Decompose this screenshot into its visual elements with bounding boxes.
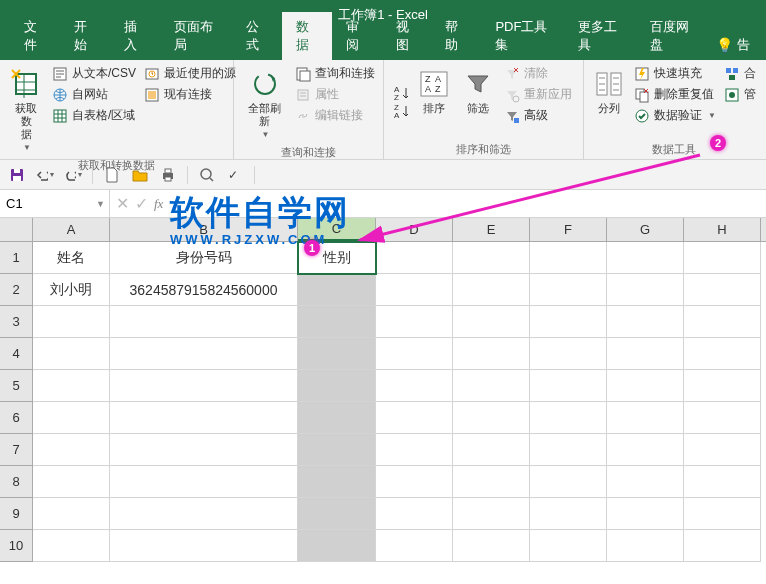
quick-print-button[interactable]: [159, 166, 177, 184]
cell-b4[interactable]: [110, 338, 298, 370]
cell-h6[interactable]: [684, 402, 761, 434]
tab-data[interactable]: 数据: [282, 12, 332, 60]
cell-f2[interactable]: [530, 274, 607, 306]
cell-e5[interactable]: [453, 370, 530, 402]
cell-e7[interactable]: [453, 434, 530, 466]
row-header-7[interactable]: 7: [0, 434, 33, 466]
cell-d10[interactable]: [376, 530, 453, 562]
cell-c5[interactable]: [298, 370, 376, 402]
cell-b1[interactable]: 身份号码: [110, 242, 298, 274]
tab-help[interactable]: 帮助: [431, 12, 481, 60]
confirm-icon[interactable]: ✓: [135, 194, 148, 213]
tab-moretools[interactable]: 更多工具: [564, 12, 636, 60]
cell-d4[interactable]: [376, 338, 453, 370]
tab-pagelayout[interactable]: 页面布局: [160, 12, 232, 60]
cell-g6[interactable]: [607, 402, 684, 434]
cell-h5[interactable]: [684, 370, 761, 402]
name-box[interactable]: C1 ▼: [0, 190, 110, 217]
redo-button[interactable]: ▾: [64, 166, 82, 184]
cell-h2[interactable]: [684, 274, 761, 306]
cell-h10[interactable]: [684, 530, 761, 562]
cell-c8[interactable]: [298, 466, 376, 498]
col-header-a[interactable]: A: [33, 218, 110, 241]
cell-b10[interactable]: [110, 530, 298, 562]
text-to-columns-button[interactable]: 分列: [590, 64, 628, 140]
cell-d3[interactable]: [376, 306, 453, 338]
cell-g3[interactable]: [607, 306, 684, 338]
cell-c2[interactable]: [298, 274, 376, 306]
cancel-icon[interactable]: ✕: [116, 194, 129, 213]
get-data-button[interactable]: 获取数 据 ▼: [6, 64, 46, 156]
flash-fill-button[interactable]: 快速填充: [632, 64, 718, 83]
queries-connections-button[interactable]: 查询和连接: [293, 64, 377, 83]
cell-h9[interactable]: [684, 498, 761, 530]
fx-icon[interactable]: fx: [154, 196, 163, 212]
cell-a4[interactable]: [33, 338, 110, 370]
tab-home[interactable]: 开始: [60, 12, 110, 60]
tab-pdf[interactable]: PDF工具集: [481, 12, 564, 60]
cell-b7[interactable]: [110, 434, 298, 466]
from-table-button[interactable]: 自表格/区域: [50, 106, 138, 125]
cell-f4[interactable]: [530, 338, 607, 370]
cell-d6[interactable]: [376, 402, 453, 434]
row-header-4[interactable]: 4: [0, 338, 33, 370]
cell-d2[interactable]: [376, 274, 453, 306]
cell-e6[interactable]: [453, 402, 530, 434]
row-header-8[interactable]: 8: [0, 466, 33, 498]
namebox-dropdown-icon[interactable]: ▼: [96, 199, 105, 209]
cell-c6[interactable]: [298, 402, 376, 434]
cell-a5[interactable]: [33, 370, 110, 402]
cell-d7[interactable]: [376, 434, 453, 466]
cell-c9[interactable]: [298, 498, 376, 530]
cell-b2[interactable]: 3624587915824560000: [110, 274, 298, 306]
recent-sources-button[interactable]: 最近使用的源: [142, 64, 238, 83]
filter-button[interactable]: 筛选: [458, 64, 498, 140]
cell-d8[interactable]: [376, 466, 453, 498]
cell-e3[interactable]: [453, 306, 530, 338]
row-header-9[interactable]: 9: [0, 498, 33, 530]
cell-g9[interactable]: [607, 498, 684, 530]
cell-g7[interactable]: [607, 434, 684, 466]
cell-b3[interactable]: [110, 306, 298, 338]
cell-a2[interactable]: 刘小明: [33, 274, 110, 306]
cell-b5[interactable]: [110, 370, 298, 402]
from-web-button[interactable]: 自网站: [50, 85, 138, 104]
col-header-b[interactable]: B: [110, 218, 298, 241]
cell-h3[interactable]: [684, 306, 761, 338]
cell-e2[interactable]: [453, 274, 530, 306]
tab-formulas[interactable]: 公式: [232, 12, 282, 60]
open-file-button[interactable]: [131, 166, 149, 184]
cell-d5[interactable]: [376, 370, 453, 402]
cell-f7[interactable]: [530, 434, 607, 466]
save-button[interactable]: [8, 166, 26, 184]
cell-g8[interactable]: [607, 466, 684, 498]
cell-f3[interactable]: [530, 306, 607, 338]
undo-button[interactable]: ▾: [36, 166, 54, 184]
cell-a7[interactable]: [33, 434, 110, 466]
cell-g5[interactable]: [607, 370, 684, 402]
cell-g10[interactable]: [607, 530, 684, 562]
row-header-5[interactable]: 5: [0, 370, 33, 402]
cell-h8[interactable]: [684, 466, 761, 498]
row-header-3[interactable]: 3: [0, 306, 33, 338]
cell-c3[interactable]: [298, 306, 376, 338]
sort-button[interactable]: ZAAZ 排序: [414, 64, 454, 140]
cell-a1[interactable]: 姓名: [33, 242, 110, 274]
new-file-button[interactable]: [103, 166, 121, 184]
cell-a6[interactable]: [33, 402, 110, 434]
tab-view[interactable]: 视图: [382, 12, 432, 60]
cell-b9[interactable]: [110, 498, 298, 530]
tab-insert[interactable]: 插入: [110, 12, 160, 60]
advanced-filter-button[interactable]: 高级: [502, 106, 574, 125]
consolidate-button[interactable]: 合: [722, 64, 758, 83]
sort-desc-button[interactable]: ZA: [390, 102, 410, 120]
cell-g2[interactable]: [607, 274, 684, 306]
spellcheck-button[interactable]: ✓: [226, 166, 244, 184]
cell-c4[interactable]: [298, 338, 376, 370]
manage-button[interactable]: 管: [722, 85, 758, 104]
cell-f9[interactable]: [530, 498, 607, 530]
cell-b8[interactable]: [110, 466, 298, 498]
tab-file[interactable]: 文件: [10, 12, 60, 60]
select-all-corner[interactable]: [0, 218, 33, 241]
row-header-1[interactable]: 1: [0, 242, 33, 274]
